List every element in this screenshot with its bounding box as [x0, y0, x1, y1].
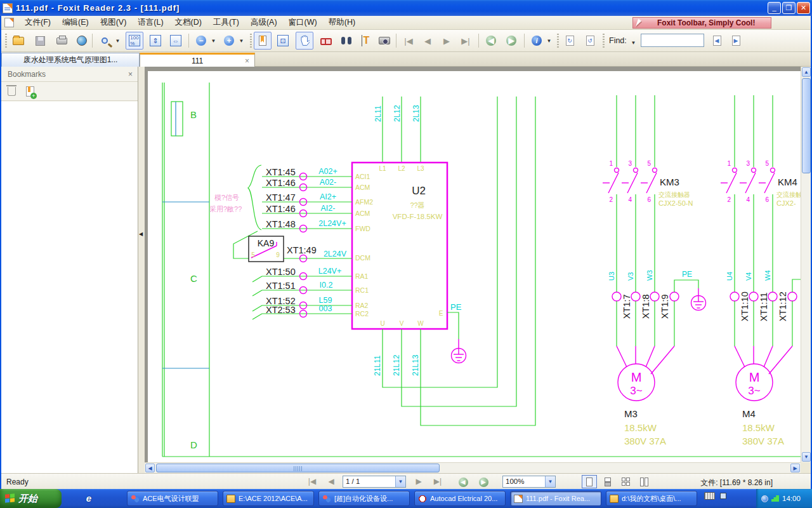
keyboard-icon[interactable]	[704, 492, 715, 500]
fit-width-button[interactable]: ⇔	[167, 32, 185, 50]
facing-layout-button[interactable]	[619, 475, 634, 488]
menu-view[interactable]: 视图(V)	[95, 16, 133, 29]
taskbar-item-automation-chat[interactable]: [超]自动化设备设...	[318, 491, 410, 506]
vertical-scrollbar[interactable]: ▲ ▼	[801, 67, 811, 462]
rotate-ccw-button[interactable]: ↺	[581, 32, 599, 50]
scroll-right-icon[interactable]: ▶	[790, 464, 800, 472]
search-button[interactable]	[337, 32, 355, 50]
language-bar[interactable]	[704, 492, 726, 500]
document-view[interactable]: B C D 2L11 2L12 2L13 L1 L2 L3 ACI1 ACM A…	[145, 67, 801, 462]
panel-collapse-button[interactable]: ◀	[139, 229, 144, 240]
menu-advanced[interactable]: 高级(A)	[245, 16, 283, 29]
scroll-up-icon[interactable]: ▲	[802, 67, 811, 77]
menu-language[interactable]: 语言(L)	[132, 16, 169, 29]
combo-dropdown-icon[interactable]: ▼	[545, 476, 555, 487]
toolbar-grip[interactable]	[557, 34, 559, 48]
restore-button[interactable]: ❐	[782, 2, 796, 14]
prev-page-button[interactable]: ◀	[419, 32, 436, 50]
find-previous-button[interactable]: ◀	[708, 32, 726, 50]
internet-explorer-icon[interactable]: e	[84, 493, 94, 504]
find-input[interactable]	[641, 34, 704, 47]
delete-bookmark-icon[interactable]	[8, 87, 16, 96]
prev-page-button[interactable]: ◀	[325, 476, 337, 487]
vertical-scroll-thumb[interactable]	[802, 78, 811, 173]
toolbar-grip[interactable]	[603, 34, 605, 48]
next-page-button[interactable]: ▶	[438, 32, 455, 50]
zoom-in-dropdown[interactable]: ▼	[237, 32, 246, 50]
toolbar-grip[interactable]	[250, 34, 252, 48]
scroll-left-icon[interactable]: ◀	[145, 464, 155, 472]
save-button[interactable]	[31, 32, 49, 50]
fit-page-button[interactable]: ⇕	[147, 32, 164, 50]
open-button[interactable]	[10, 32, 27, 50]
first-page-button[interactable]: |◀	[306, 476, 318, 487]
print-button[interactable]	[53, 32, 70, 50]
last-page-button[interactable]: ▶|	[431, 476, 444, 487]
horizontal-scrollbar[interactable]: ◀ ▶	[145, 462, 801, 473]
clock[interactable]: 14:00	[782, 495, 801, 502]
properties-button[interactable]: i	[528, 32, 546, 50]
panel-splitter[interactable]	[138, 67, 145, 473]
continuous-icon	[605, 478, 611, 486]
email-button[interactable]	[73, 32, 91, 50]
next-page-button[interactable]: ▶	[412, 476, 425, 487]
first-page-button[interactable]: |◀	[400, 32, 417, 50]
go-back-button[interactable]: ◀	[482, 32, 500, 50]
taskbar-item-explorer-ace[interactable]: E:\ACE 2012\ACE\A...	[223, 491, 314, 506]
bookmarks-toggle-button[interactable]	[254, 32, 272, 50]
hand-tool-button[interactable]	[296, 32, 313, 50]
minimize-button[interactable]: _	[768, 2, 781, 14]
pages-panel-button[interactable]: ⊡	[274, 32, 292, 50]
taskbar-item-foxit-reader[interactable]: 111.pdf - Foxit Rea...	[510, 491, 601, 506]
typewriter-button[interactable]: T	[357, 32, 374, 50]
foxit-toolbar-promo-banner[interactable]: Foxit Toolbar, Simply Cool!	[632, 17, 771, 29]
select-text-button[interactable]	[317, 32, 335, 50]
language-options-icon[interactable]	[720, 493, 726, 499]
page-number-combo[interactable]: 1 / 1 ▼	[343, 476, 406, 488]
tab-close-icon[interactable]: ×	[245, 57, 249, 65]
zoom-tool-dropdown[interactable]: ▼	[114, 32, 122, 50]
start-button[interactable]: 开始	[0, 489, 62, 508]
zoom-in-button[interactable]: +	[220, 32, 238, 50]
actual-size-button[interactable]: 100%	[126, 32, 143, 50]
continuous-facing-layout-button[interactable]	[637, 475, 652, 488]
last-page-button[interactable]: ▶|	[457, 32, 475, 50]
taskbar-item-autocad-electrical[interactable]: Autocad Elctrical 20...	[414, 491, 506, 506]
menu-help[interactable]: 帮助(H)	[323, 16, 361, 29]
single-page-layout-button[interactable]	[582, 475, 597, 488]
taskbar-item-explorer-desktop[interactable]: d:\我的文档\桌面\...	[606, 491, 697, 506]
go-forward-button[interactable]: ▶	[477, 476, 490, 487]
panel-close-icon[interactable]: ×	[128, 70, 133, 79]
close-button[interactable]: ✕	[797, 2, 810, 14]
print-icon	[56, 37, 67, 44]
tab-111-active[interactable]: 111 ×	[140, 53, 255, 67]
rotate-cw-button[interactable]: ↻	[561, 32, 579, 50]
go-forward-button[interactable]: ▶	[502, 32, 520, 50]
zoom-out-button[interactable]: −	[192, 32, 210, 50]
snapshot-button[interactable]	[376, 32, 393, 50]
title-bar[interactable]: 111.pdf - Foxit Reader 2.3 - [111.pdf] _…	[0, 0, 812, 16]
horizontal-scroll-thumb[interactable]	[156, 464, 440, 472]
go-back-button[interactable]: ◀	[457, 476, 469, 487]
properties-dropdown[interactable]: ▼	[545, 32, 553, 50]
volume-tray-icon[interactable]	[761, 495, 768, 502]
zoom-out-dropdown[interactable]: ▼	[209, 32, 218, 50]
motor-rating: 380V 37A	[624, 436, 666, 446]
zoom-combo[interactable]: 100% ▼	[502, 476, 556, 488]
scroll-down-icon[interactable]: ▼	[802, 452, 811, 462]
add-bookmark-icon[interactable]	[26, 86, 34, 97]
menu-document[interactable]: 文档(D)	[169, 16, 207, 29]
taskbar-item-ace-forum[interactable]: ACE电气设计联盟	[127, 491, 218, 506]
menu-window[interactable]: 窗口(W)	[283, 16, 323, 29]
menu-edit[interactable]: 编辑(E)	[56, 16, 95, 29]
zoom-tool-button[interactable]	[96, 32, 114, 50]
find-next-button[interactable]: ▶	[727, 32, 745, 50]
menu-file[interactable]: 文件(F)	[19, 16, 56, 29]
network-tray-icon[interactable]	[771, 495, 779, 502]
continuous-layout-button[interactable]	[600, 475, 615, 488]
toolbar-grip[interactable]	[5, 34, 7, 48]
menu-tools[interactable]: 工具(T)	[207, 16, 245, 29]
tab-wastewater-diagram[interactable]: 废水处理系统电气原理图1...	[1, 53, 140, 67]
find-options-dropdown[interactable]: ▼	[629, 34, 638, 51]
combo-dropdown-icon[interactable]: ▼	[395, 476, 405, 487]
